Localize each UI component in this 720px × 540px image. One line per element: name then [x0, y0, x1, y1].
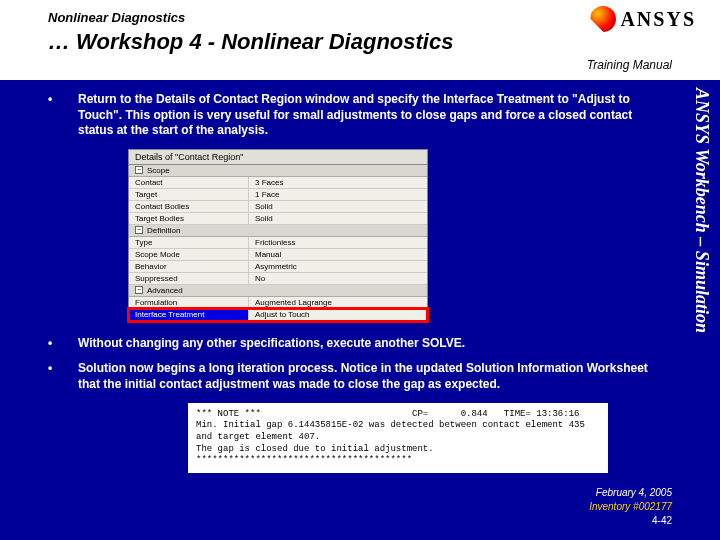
row-value: 3 Faces — [249, 177, 427, 188]
row-key: Contact Bodies — [129, 201, 249, 212]
footer: February 4, 2005 Inventory #002177 4-42 — [589, 486, 672, 528]
table-row: Contact3 Faces — [129, 177, 427, 189]
row-value: Solid — [249, 201, 427, 212]
row-key: Formulation — [129, 297, 249, 308]
row-value[interactable]: Adjust to Touch — [249, 309, 427, 320]
bullet-text: Without changing any other specification… — [78, 336, 664, 352]
ansys-logo: ANSYS — [590, 6, 696, 32]
row-value: Solid — [249, 213, 427, 224]
section-definition: − Definition — [129, 225, 427, 237]
bullet-2: • Without changing any other specificati… — [48, 336, 664, 352]
bullet-text: Solution now begins a long iteration pro… — [78, 361, 664, 392]
row-key: Interface Treatment — [129, 309, 249, 320]
row-key: Scope Mode — [129, 249, 249, 260]
row-key: Contact — [129, 177, 249, 188]
bullet-marker: • — [48, 92, 58, 139]
panel-title: Details of "Contact Region" — [129, 150, 427, 165]
ansys-logo-text: ANSYS — [620, 8, 696, 31]
header: Nonlinear Diagnostics … Workshop 4 - Non… — [0, 0, 720, 80]
ansys-swoosh-icon — [590, 6, 616, 32]
solver-output-panel: *** NOTE *** CP= 0.844 TIME= 13:36:16 Mi… — [188, 403, 608, 473]
footer-inventory: Inventory #002177 — [589, 500, 672, 514]
row-key: Suppressed — [129, 273, 249, 284]
interface-treatment-row[interactable]: Interface Treatment Adjust to Touch — [129, 309, 427, 321]
table-row: Contact BodiesSolid — [129, 201, 427, 213]
collapse-icon: − — [135, 166, 143, 174]
collapse-icon: − — [135, 226, 143, 234]
row-key: Type — [129, 237, 249, 248]
table-row: BehaviorAsymmetric — [129, 261, 427, 273]
training-manual-label: Training Manual — [587, 58, 672, 72]
row-value: 1 Face — [249, 189, 427, 200]
table-row: TypeFrictionless — [129, 237, 427, 249]
section-advanced: − Advanced — [129, 285, 427, 297]
details-of-contact-region-panel: Details of "Contact Region" − Scope Cont… — [128, 149, 428, 322]
row-key: Target — [129, 189, 249, 200]
table-row: FormulationAugmented Lagrange — [129, 297, 427, 309]
row-value: Asymmetric — [249, 261, 427, 272]
vertical-product-label: ANSYS Workbench – Simulation — [688, 88, 712, 428]
collapse-icon: − — [135, 286, 143, 294]
table-row: Target1 Face — [129, 189, 427, 201]
bullet-marker: • — [48, 361, 58, 392]
footer-page: 4-42 — [589, 514, 672, 528]
row-value: Manual — [249, 249, 427, 260]
row-key: Target Bodies — [129, 213, 249, 224]
section-advanced-label: Advanced — [147, 286, 183, 295]
bullet-text: Return to the Details of Contact Region … — [78, 92, 664, 139]
section-scope-label: Scope — [147, 166, 170, 175]
table-row: Scope ModeManual — [129, 249, 427, 261]
row-value: No — [249, 273, 427, 284]
bullet-3: • Solution now begins a long iteration p… — [48, 361, 664, 392]
table-row: Target BodiesSolid — [129, 213, 427, 225]
topic-label: Nonlinear Diagnostics — [48, 10, 672, 25]
row-key: Behavior — [129, 261, 249, 272]
footer-date: February 4, 2005 — [589, 486, 672, 500]
section-scope: − Scope — [129, 165, 427, 177]
page-title: … Workshop 4 - Nonlinear Diagnostics — [48, 29, 453, 55]
bullet-marker: • — [48, 336, 58, 352]
section-definition-label: Definition — [147, 226, 180, 235]
row-value: Augmented Lagrange — [249, 297, 427, 308]
row-value: Frictionless — [249, 237, 427, 248]
slide-content: • Return to the Details of Contact Regio… — [48, 92, 664, 473]
table-row: SuppressedNo — [129, 273, 427, 285]
bullet-1: • Return to the Details of Contact Regio… — [48, 92, 664, 139]
